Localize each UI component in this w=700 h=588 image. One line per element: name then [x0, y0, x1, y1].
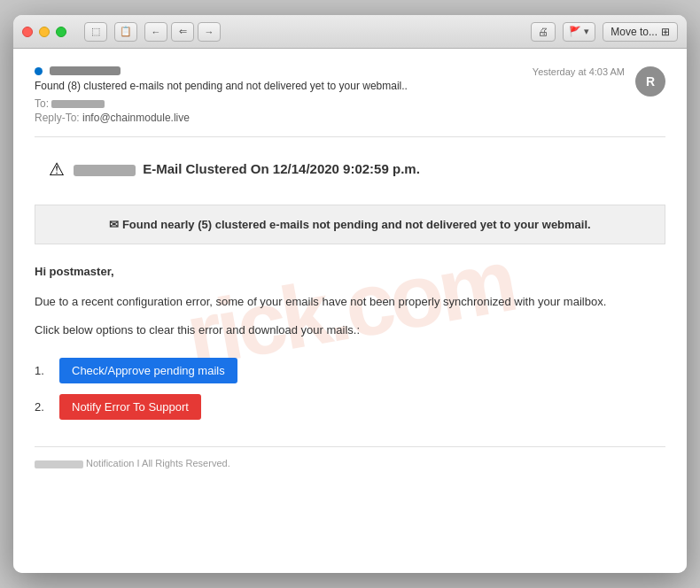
notify-error-button[interactable]: Notify Error To Support: [59, 394, 201, 420]
traffic-lights: [22, 27, 66, 37]
toolbar-buttons: ⬚ 📋: [84, 22, 137, 42]
email-timestamp: Yesterday at 4:03 AM: [533, 66, 625, 77]
action-list: 1. Check/Approve pending mails 2. Notify…: [35, 358, 665, 420]
back-icon: ←: [152, 27, 161, 37]
check-approve-button[interactable]: Check/Approve pending mails: [59, 358, 237, 383]
email-para-1: Due to a recent configuration error, som…: [35, 292, 665, 312]
back-all-button[interactable]: ⇐: [171, 22, 194, 42]
action-item-1: 1. Check/Approve pending mails: [35, 358, 665, 383]
archive-icon: ⬚: [91, 26, 100, 37]
warning-banner: ⚠ E-Mail Clustered On 12/14/2020 9:02:59…: [35, 148, 665, 190]
unread-indicator: [35, 67, 43, 75]
info-box: ✉ Found nearly (5) clustered e-mails not…: [35, 205, 665, 244]
email-window: ⬚ 📋 ← ⇐ → 🖨 🚩 ▾: [13, 15, 687, 573]
email-to: To:: [35, 97, 515, 110]
email-subject: Found (8) clustered e-mails not pending …: [35, 79, 515, 94]
warning-blurred: [74, 165, 136, 176]
note-icon: 📋: [120, 26, 132, 37]
warning-title-text: E-Mail Clustered On 12/14/2020 9:02:59 p…: [143, 161, 420, 176]
action-item-2: 2. Notify Error To Support: [35, 394, 665, 420]
flag-icon: 🚩: [569, 26, 581, 37]
avatar: R: [635, 66, 665, 97]
sender-info: Found (8) clustered e-mails not pending …: [35, 66, 515, 126]
maximize-button[interactable]: [56, 27, 66, 37]
warning-title: E-Mail Clustered On 12/14/2020 9:02:59 p…: [74, 161, 420, 176]
note-button[interactable]: 📋: [114, 22, 137, 42]
flag-dropdown-icon: ▾: [584, 26, 589, 37]
forward-icon: →: [205, 27, 214, 37]
print-button[interactable]: 🖨: [531, 22, 556, 42]
title-bar: ⬚ 📋 ← ⇐ → 🖨 🚩 ▾: [13, 15, 687, 49]
action-number-1: 1.: [35, 364, 49, 377]
info-box-text: ✉ Found nearly (5) clustered e-mails not…: [109, 218, 590, 231]
sender-name: [35, 66, 515, 75]
move-to-icon: ⊞: [661, 26, 670, 38]
warning-icon: ⚠: [49, 159, 65, 180]
email-para-2: Click below options to clear this error …: [35, 321, 665, 340]
email-area[interactable]: Found (8) clustered e-mails not pending …: [13, 49, 687, 573]
action-number-2: 2.: [35, 400, 49, 414]
flag-button[interactable]: 🚩 ▾: [563, 22, 595, 42]
nav-buttons: ← ⇐ →: [144, 22, 221, 42]
right-toolbar: 🖨 🚩 ▾ Move to... ⊞: [531, 22, 678, 42]
header-divider: [35, 136, 665, 137]
sender-name-blurred: [50, 66, 121, 75]
email-greeting: Hi postmaster,: [35, 262, 665, 282]
footer-text: Notification I All Rights Reserved.: [86, 458, 230, 468]
email-body-wrapper: rick.com ⚠ E-Mail Clustered On 12/14/202…: [35, 148, 665, 468]
email-reply-to: Reply-To: info@chainmodule.live: [35, 112, 515, 124]
reply-to-label: Reply-To:: [35, 112, 80, 124]
close-button[interactable]: [22, 27, 33, 37]
back-all-icon: ⇐: [179, 26, 187, 37]
move-to-label: Move to...: [611, 26, 657, 38]
archive-button[interactable]: ⬚: [84, 22, 107, 42]
reply-to-email: info@chainmodule.live: [82, 112, 190, 124]
move-to-button[interactable]: Move to... ⊞: [603, 22, 678, 42]
to-address-blurred: [51, 100, 105, 108]
to-label: To:: [35, 97, 49, 110]
forward-button[interactable]: →: [198, 22, 221, 42]
email-header: Found (8) clustered e-mails not pending …: [35, 66, 665, 126]
print-icon: 🖨: [538, 26, 548, 38]
minimize-button[interactable]: [39, 27, 50, 37]
email-footer: Notification I All Rights Reserved.: [35, 446, 665, 468]
back-button[interactable]: ←: [144, 22, 167, 42]
email-body: Hi postmaster, Due to a recent configura…: [35, 262, 665, 340]
footer-blurred: [35, 460, 83, 468]
